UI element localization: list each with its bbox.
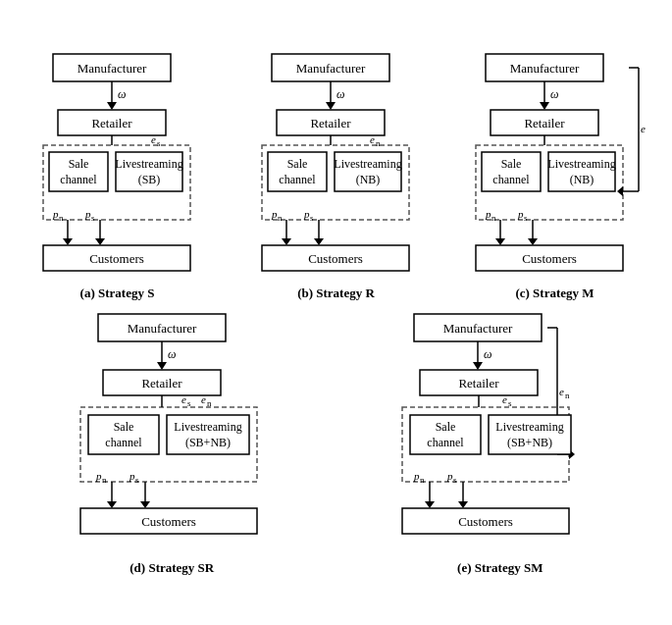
svg-marker-117 bbox=[473, 362, 483, 370]
svg-text:e: e bbox=[151, 133, 156, 145]
svg-a: Manufacturer ω Retailer e s Sale channel bbox=[31, 49, 203, 280]
svg-text:Sale: Sale bbox=[114, 420, 134, 434]
svg-text:channel: channel bbox=[106, 436, 143, 449]
svg-text:Manufacturer: Manufacturer bbox=[128, 321, 197, 336]
svg-text:Retailer: Retailer bbox=[458, 376, 499, 391]
svg-d: Manufacturer ω Retailer e s e n Sale bbox=[69, 309, 275, 554]
svg-text:p: p bbox=[129, 470, 135, 482]
svg-marker-30 bbox=[326, 102, 336, 110]
svg-text:(NB): (NB) bbox=[570, 173, 594, 186]
svg-text:Livestreaming: Livestreaming bbox=[547, 157, 615, 171]
svg-text:s: s bbox=[135, 475, 139, 485]
svg-text:p: p bbox=[52, 208, 59, 220]
svg-text:Manufacturer: Manufacturer bbox=[442, 321, 512, 336]
svg-c: Manufacturer ω Retailer e n bbox=[464, 49, 646, 280]
svg-text:ω: ω bbox=[336, 87, 344, 101]
svg-text:n: n bbox=[491, 213, 496, 223]
diagram-a: Manufacturer ω Retailer e s Sale channel bbox=[26, 49, 208, 301]
svg-text:p: p bbox=[413, 470, 420, 482]
svg-marker-45 bbox=[282, 238, 291, 245]
caption-e: (e) Strategy SM bbox=[457, 560, 543, 576]
svg-text:p: p bbox=[485, 208, 491, 220]
svg-text:s: s bbox=[91, 213, 95, 223]
svg-text:p: p bbox=[84, 208, 91, 220]
svg-text:s: s bbox=[310, 213, 314, 223]
svg-text:n: n bbox=[565, 391, 570, 400]
diagram-e: Manufacturer ω Retailer e s e n bbox=[392, 309, 608, 576]
svg-text:(SB+NB): (SB+NB) bbox=[507, 436, 552, 449]
diagram-c: Manufacturer ω Retailer e n bbox=[464, 49, 646, 301]
svg-text:Customers: Customers bbox=[308, 251, 363, 266]
svg-text:Sale: Sale bbox=[435, 420, 455, 434]
svg-text:channel: channel bbox=[427, 436, 464, 449]
caption-d: (d) Strategy SR bbox=[129, 560, 214, 576]
svg-marker-88 bbox=[157, 362, 167, 370]
svg-marker-142 bbox=[458, 501, 468, 508]
svg-text:p: p bbox=[303, 208, 310, 220]
svg-text:ω: ω bbox=[168, 347, 176, 361]
svg-text:s: s bbox=[157, 138, 161, 148]
svg-marker-109 bbox=[140, 501, 150, 508]
diagram-b: Manufacturer ω Retailer e n Sale channel bbox=[245, 49, 427, 301]
svg-marker-57 bbox=[540, 102, 549, 110]
svg-text:Livestreaming: Livestreaming bbox=[175, 420, 242, 434]
svg-e: Manufacturer ω Retailer e s e n bbox=[392, 309, 608, 554]
svg-text:n: n bbox=[376, 138, 381, 148]
svg-text:p: p bbox=[271, 208, 278, 220]
svg-text:channel: channel bbox=[492, 173, 530, 186]
svg-text:n: n bbox=[59, 213, 64, 223]
svg-text:Livestreaming: Livestreaming bbox=[334, 157, 401, 171]
svg-text:ω: ω bbox=[484, 347, 491, 361]
svg-text:e: e bbox=[181, 393, 186, 405]
svg-marker-3 bbox=[107, 102, 117, 110]
caption-b: (b) Strategy R bbox=[297, 286, 375, 301]
diagram-d: Manufacturer ω Retailer e s e n Sale bbox=[64, 309, 280, 576]
svg-text:(SB+NB): (SB+NB) bbox=[185, 436, 231, 449]
svg-text:s: s bbox=[453, 475, 457, 485]
svg-marker-49 bbox=[314, 238, 324, 245]
svg-text:Customers: Customers bbox=[458, 514, 513, 529]
svg-text:n: n bbox=[420, 475, 425, 485]
svg-text:e: e bbox=[201, 393, 206, 405]
svg-text:e: e bbox=[559, 386, 564, 397]
top-row: Manufacturer ω Retailer e s Sale channel bbox=[8, 49, 664, 301]
svg-marker-76 bbox=[495, 238, 505, 245]
main-container: Manufacturer ω Retailer e s Sale channel bbox=[0, 39, 672, 586]
svg-text:Manufacturer: Manufacturer bbox=[510, 61, 580, 76]
svg-marker-105 bbox=[107, 501, 117, 508]
svg-marker-80 bbox=[528, 238, 538, 245]
svg-text:Manufacturer: Manufacturer bbox=[78, 61, 147, 76]
svg-text:e: e bbox=[370, 133, 375, 145]
svg-text:Retailer: Retailer bbox=[310, 116, 351, 130]
svg-text:p: p bbox=[517, 208, 524, 220]
svg-text:Manufacturer: Manufacturer bbox=[296, 61, 366, 76]
svg-text:Sale: Sale bbox=[501, 157, 522, 171]
svg-text:p: p bbox=[446, 470, 453, 482]
svg-text:channel: channel bbox=[60, 173, 97, 186]
svg-text:Retailer: Retailer bbox=[524, 116, 565, 130]
svg-text:e: e bbox=[641, 123, 646, 134]
svg-text:Customers: Customers bbox=[522, 251, 577, 266]
svg-marker-138 bbox=[425, 501, 435, 508]
svg-marker-22 bbox=[95, 238, 105, 245]
svg-text:Livestreaming: Livestreaming bbox=[495, 420, 563, 434]
svg-text:channel: channel bbox=[279, 173, 316, 186]
svg-text:s: s bbox=[524, 213, 528, 223]
svg-b: Manufacturer ω Retailer e n Sale channel bbox=[250, 49, 422, 280]
svg-text:Livestreaming: Livestreaming bbox=[115, 157, 182, 171]
svg-text:(SB): (SB) bbox=[138, 173, 161, 186]
svg-text:ω: ω bbox=[118, 87, 126, 101]
svg-text:Customers: Customers bbox=[89, 251, 144, 266]
svg-text:Sale: Sale bbox=[287, 157, 308, 171]
svg-text:Retailer: Retailer bbox=[142, 376, 183, 391]
svg-marker-18 bbox=[63, 238, 73, 245]
svg-text:n: n bbox=[278, 213, 283, 223]
svg-text:ω: ω bbox=[550, 87, 558, 101]
svg-text:e: e bbox=[502, 393, 507, 405]
svg-text:p: p bbox=[95, 470, 102, 482]
bottom-row: Manufacturer ω Retailer e s e n Sale bbox=[8, 309, 664, 576]
caption-a: (a) Strategy S bbox=[80, 286, 155, 301]
caption-c: (c) Strategy M bbox=[515, 286, 594, 301]
svg-text:Sale: Sale bbox=[69, 157, 89, 171]
svg-text:Customers: Customers bbox=[141, 514, 196, 529]
